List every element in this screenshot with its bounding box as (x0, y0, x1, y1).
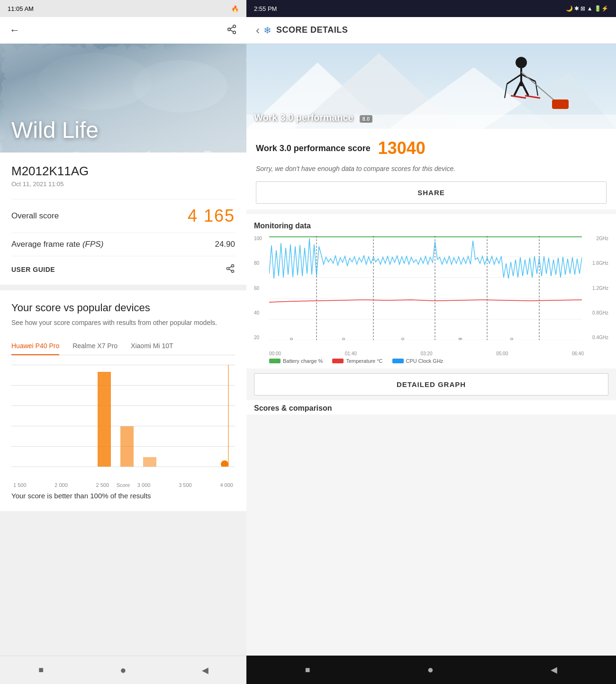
legend-cpu: CPU Clock GHz (392, 358, 444, 364)
monitoring-chart-wrapper: 100 80 60 40 20 2GHz 1.6GHz 1.2GHz 0.8GH… (254, 236, 608, 369)
svg-line-4 (230, 27, 233, 28)
legend-battery-dot (269, 359, 281, 363)
svg-point-8 (133, 60, 227, 112)
left-battery-icon: 🔥 (231, 5, 239, 12)
right-nav-square[interactable]: ■ (305, 665, 310, 675)
x-label-4000: 4 000 (220, 482, 233, 488)
svg-line-12 (229, 269, 232, 270)
svg-rect-15 (120, 426, 134, 467)
svg-text:Data Manipulation 3.0: Data Manipulation 3.0 (509, 338, 514, 340)
svg-line-3 (230, 30, 233, 32)
bar-chart: 1 500 2 000 2 500 3 000 3 500 4 000 Scor… (11, 365, 235, 488)
chart-legend: Battery charge % Temperature °C CPU Cloc… (269, 353, 443, 369)
overall-score-row: Overall score 4 165 (11, 199, 235, 233)
scores-comparison-title: Scores & comparison (246, 400, 616, 414)
right-time: 2:55 PM (254, 5, 277, 12)
y-right-axis: 2GHz 1.6GHz 1.2GHz 0.8GHz 0.4GHz (592, 236, 608, 340)
tab-realme[interactable]: Realme X7 Pro (72, 337, 118, 355)
svg-point-1 (228, 28, 231, 31)
right-nav-circle[interactable]: ● (427, 664, 434, 676)
work-score-label: Work 3.0 performance score (256, 144, 371, 153)
score-card: M2012K11AG Oct 11, 2021 11:05 Overall sc… (0, 153, 246, 285)
left-header: ← (0, 17, 246, 44)
left-nav-bottom: ■ ● ◀ (0, 656, 246, 684)
svg-point-11 (232, 270, 234, 272)
hero-section: Wild Life (0, 44, 246, 153)
tabs-row: Huawei P40 Pro Realme X7 Pro Xiaomi Mi 1… (11, 337, 235, 355)
svg-point-9 (232, 265, 234, 267)
score-axis-label: Score (117, 482, 130, 488)
left-nav-back[interactable]: ◀ (197, 662, 214, 679)
user-guide-share-icon[interactable] (226, 264, 235, 275)
left-nav-square[interactable]: ■ (33, 662, 50, 679)
fps-value: 24.90 (215, 240, 235, 249)
left-time: 11:05 AM (8, 5, 34, 12)
detailed-graph-button[interactable]: DETAILED GRAPH (254, 373, 608, 396)
legend-battery: Battery charge % (269, 358, 323, 364)
right-nav-back[interactable]: ◀ (551, 665, 557, 675)
svg-text:Photo Editing: Photo Editing (457, 338, 462, 340)
left-nav-circle[interactable]: ● (115, 662, 132, 679)
device-name: M2012K11AG (11, 164, 235, 179)
fps-label: Average frame rate (FPS) (11, 240, 103, 249)
right-nav-bottom: ■ ● ◀ (246, 656, 616, 684)
work-score-section: Work 3.0 performance score 13040 Sorry, … (246, 129, 616, 209)
legend-temp: Temperature °C (332, 358, 382, 364)
right-header: ‹ ❄ SCORE DETAILS (246, 17, 616, 44)
benchmark-hero: Work 3.0 performance 8.0 (246, 44, 616, 129)
svg-point-2 (233, 31, 236, 34)
user-guide-label: USER GUIDE (11, 266, 55, 273)
right-status-bar: 2:55 PM 🌙 ✱ ⊠ ▲ 🔋⚡ (246, 0, 616, 17)
back-button[interactable]: ← (9, 24, 20, 36)
left-panel: 11:05 AM 🔥 ← Wild Life (0, 0, 246, 684)
svg-text:Writing 3.0: Writing 3.0 (400, 338, 405, 340)
work-score-value: 13040 (378, 138, 426, 158)
overall-score-value: 4 165 (188, 206, 235, 226)
snowflake-icon: ❄ (263, 25, 272, 36)
device-date: Oct 11, 2021 11:05 (11, 180, 235, 188)
tab-xiaomi[interactable]: Xiaomi Mi 10T (131, 337, 173, 355)
x-label-2500: 2 500 (96, 482, 109, 488)
svg-point-0 (233, 25, 236, 27)
user-guide-row[interactable]: USER GUIDE (11, 256, 235, 277)
tab-huawei[interactable]: Huawei P40 Pro (11, 337, 59, 355)
svg-text:Web Browsing 8.0: Web Browsing 8.0 (289, 338, 294, 340)
legend-cpu-label: CPU Clock GHz (406, 358, 444, 364)
share-button[interactable]: SHARE (256, 181, 607, 204)
back-chevron[interactable]: ‹ (256, 24, 260, 37)
legend-battery-label: Battery charge % (283, 358, 323, 364)
hero-title: Wild Life (11, 117, 99, 143)
fps-row: Average frame rate (FPS) 24.90 (11, 233, 235, 256)
compare-subtitle: See how your score compares with results… (11, 318, 235, 328)
monitoring-section: Monitoring data 100 80 60 40 20 2GHz 1.6… (246, 214, 616, 369)
compare-section: Your score vs popular devices See how yo… (0, 290, 246, 511)
x-label-3500: 3 500 (179, 482, 192, 488)
better-than-text: Your score is better than 100% of the re… (11, 492, 235, 500)
right-status-icons: 🌙 ✱ ⊠ ▲ 🔋⚡ (566, 5, 608, 12)
work-score-row: Work 3.0 performance score 13040 (256, 138, 607, 158)
y-left-axis: 100 80 60 40 20 (254, 236, 262, 340)
svg-point-17 (221, 460, 228, 467)
benchmark-hero-label: Work 3.0 performance 8.0 (254, 112, 372, 123)
svg-rect-16 (143, 457, 156, 467)
svg-line-13 (229, 266, 232, 268)
score-details-title: SCORE DETAILS (276, 25, 348, 35)
x-label-1500: 1 500 (13, 482, 27, 488)
benchmark-version-badge: 8.0 (360, 115, 372, 123)
svg-text:Video Editing 3.0: Video Editing 3.0 (341, 338, 346, 340)
overall-score-label: Overall score (11, 211, 59, 221)
svg-point-25 (516, 57, 527, 68)
svg-point-10 (227, 268, 229, 270)
x-label-3000: 3 000 (137, 482, 151, 488)
right-panel: 2:55 PM 🌙 ✱ ⊠ ▲ 🔋⚡ ‹ ❄ SCORE DETAILS (246, 0, 616, 684)
sorry-text: Sorry, we don't have enough data to comp… (256, 164, 607, 174)
svg-point-7 (9, 72, 85, 119)
benchmark-label-text: Work 3.0 performance (254, 112, 353, 123)
svg-rect-14 (98, 372, 111, 467)
x-label-2000: 2 000 (54, 482, 68, 488)
share-icon[interactable] (226, 24, 237, 37)
legend-temp-label: Temperature °C (346, 358, 382, 364)
legend-cpu-dot (392, 359, 404, 363)
svg-rect-36 (552, 99, 569, 109)
compare-title: Your score vs popular devices (11, 302, 235, 314)
